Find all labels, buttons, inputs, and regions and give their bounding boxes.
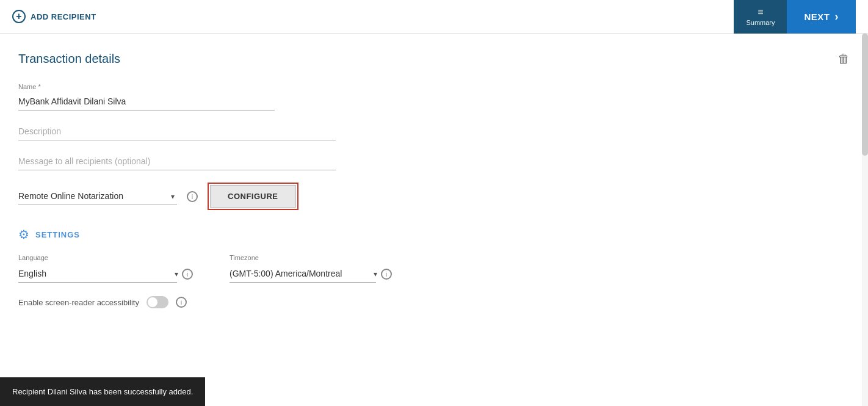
summary-icon: ≡ — [758, 7, 763, 18]
add-recipient-icon[interactable]: + — [12, 10, 26, 23]
header-left: + ADD RECIPIENT — [12, 10, 96, 23]
main-content: Transaction details 🗑 Name * Remote Onli… — [0, 34, 868, 321]
header: + ADD RECIPIENT ≡ Summary NEXT › — [0, 0, 868, 34]
timezone-label: Timezone — [230, 254, 392, 261]
scrollbar-thumb[interactable] — [862, 34, 868, 156]
next-button[interactable]: NEXT › — [787, 0, 856, 34]
description-field-group — [18, 123, 850, 140]
ron-select[interactable]: Remote Online Notarization — [18, 187, 177, 205]
timezone-info-icon[interactable]: i — [381, 269, 392, 280]
language-label: Language — [18, 254, 193, 261]
next-arrow-icon: › — [835, 10, 839, 23]
language-select-wrapper: English ▾ i — [18, 265, 193, 283]
name-label: Name * — [18, 83, 850, 90]
next-label: NEXT — [804, 12, 830, 22]
accessibility-label: Enable screen-reader accessibility — [18, 298, 139, 307]
ron-row: Remote Online Notarization ▾ i CONFIGURE — [18, 183, 850, 210]
scrollbar[interactable] — [862, 34, 868, 406]
delete-icon[interactable]: 🗑 — [837, 52, 850, 66]
ron-info-icon[interactable]: i — [187, 191, 198, 202]
name-field-group: Name * — [18, 83, 850, 111]
timezone-select[interactable]: (GMT-5:00) America/Montreal — [230, 265, 376, 283]
summary-button[interactable]: ≡ Summary — [734, 0, 787, 34]
description-input[interactable] — [18, 123, 336, 140]
gear-icon: ⚙ — [18, 227, 29, 242]
configure-btn-wrapper: CONFIGURE — [208, 183, 298, 210]
ron-select-wrapper: Remote Online Notarization ▾ — [18, 187, 177, 205]
timezone-field: Timezone (GMT-5:00) America/Montreal ▾ i — [230, 254, 392, 283]
settings-row: Language English ▾ i Timezone (GMT-5:00)… — [18, 254, 850, 283]
settings-section: ⚙ SETTINGS Language English ▾ i Timezone — [18, 227, 850, 308]
language-info-icon[interactable]: i — [182, 269, 193, 280]
header-right: ≡ Summary NEXT › — [734, 0, 856, 34]
accessibility-toggle-row: Enable screen-reader accessibility i — [18, 296, 850, 308]
language-field: Language English ▾ i — [18, 254, 193, 283]
summary-label: Summary — [746, 19, 775, 26]
message-field-group — [18, 153, 850, 170]
toast-notification: Recipient Dilani Silva has been successf… — [0, 377, 205, 406]
settings-label: SETTINGS — [35, 230, 80, 239]
language-select[interactable]: English — [18, 265, 177, 283]
configure-button[interactable]: CONFIGURE — [210, 185, 296, 208]
timezone-select-wrapper: (GMT-5:00) America/Montreal ▾ i — [230, 265, 392, 283]
settings-header: ⚙ SETTINGS — [18, 227, 850, 242]
section-title: Transaction details — [18, 52, 120, 66]
add-recipient-button[interactable]: ADD RECIPIENT — [31, 12, 96, 21]
message-input[interactable] — [18, 153, 336, 170]
accessibility-info-icon[interactable]: i — [176, 297, 187, 308]
toast-message: Recipient Dilani Silva has been successf… — [12, 387, 193, 396]
name-input[interactable] — [18, 93, 275, 111]
section-header: Transaction details 🗑 — [18, 52, 850, 66]
accessibility-toggle[interactable] — [146, 296, 168, 308]
